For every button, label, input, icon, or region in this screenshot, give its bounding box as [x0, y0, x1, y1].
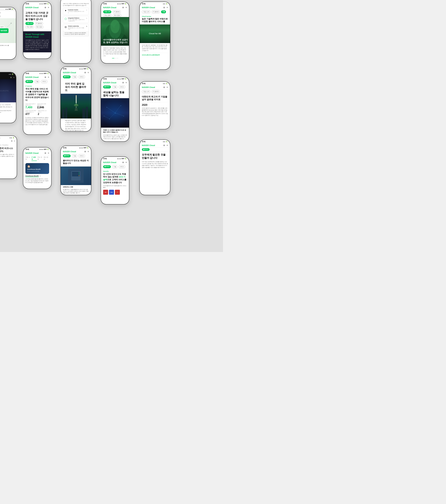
p3-status-time: 9:41 [26, 148, 29, 150]
p3-menu-icon[interactable]: ≡ [48, 152, 49, 154]
pct-menu-icon[interactable]: ≡ [88, 71, 89, 74]
p1-tab-company[interactable]: 기업 소개 [25, 22, 34, 25]
p2-stat-mybox-label: 1초당 네이버 MY BOX이미지 업로드 수 [25, 110, 36, 113]
pr2-tab-cloud[interactable]: 클라우드 [103, 86, 111, 89]
pr1-tab-contact[interactable]: 주요 연락 [103, 14, 112, 17]
accordion-header-1[interactable]: ✦ Customer Centric 고객 중심의 맞춤형 클라우드 서비스 ∨ [63, 8, 89, 15]
pcb-body: 5G 클라우드 기술을 활용하여 CPU가 미더, 클라우드가 곧 로봇의 브레… [63, 189, 89, 194]
tab-cloud-left3[interactable]: 클라우드 [0, 144, 1, 146]
pcb-tab-tech[interactable]: 기술 [72, 154, 77, 157]
pr3-globe-icon[interactable]: ⊕ [122, 161, 124, 163]
p3-globe-icon[interactable]: ⊕ [44, 152, 46, 154]
accordion-title-3: Global Leadership [68, 25, 85, 27]
p3-tab-info[interactable]: 회사 정보 [44, 156, 49, 161]
pr-far2-menu[interactable]: ≡ [167, 86, 168, 89]
svg-rect-7 [62, 109, 65, 119]
pr2-globe-icon[interactable]: ⊕ [122, 81, 124, 84]
pr2-tab-tech[interactable]: 기술 [112, 86, 117, 89]
phone-seoul-tower: 9:41 ▲▲▲ WiFi 🔋 NAVER Cloud ⊕ ≡ 클라우드 기술 … [60, 67, 91, 132]
p2-tab-cloud[interactable]: 클라우드 [25, 80, 33, 83]
naver-cloud-asia: NAVER Cloud ASIA PACIFIC [0, 110, 14, 111]
pr2-menu-icon[interactable]: ≡ [125, 81, 127, 84]
pcb-menu-icon[interactable]: ≡ [88, 150, 89, 153]
svg-rect-10 [86, 107, 88, 119]
pr2-tab-service[interactable]: 서비스 [119, 86, 125, 89]
globe-icon-2[interactable]: ⊕ [10, 76, 12, 78]
pr-far3-nav: NAVER Cloud ⊕ ≡ [140, 143, 170, 148]
svg-line-2 [0, 28, 4, 31]
pct-tab-cloud[interactable]: 클라우드 [63, 75, 71, 78]
phone-cloud-robot: 9:41 ▲▲▲ WiFi 🔋 NAVER Cloud ⊕ ≡ 클라우드 기술 … [60, 145, 91, 195]
pr-far1-globe[interactable]: ⊕ [163, 6, 165, 9]
p3-tab-ecosystem[interactable]: IT 생태계 [32, 156, 37, 161]
p2-title: 국내 최대 포털 서비스 네이버를 안정적으로 제공해 온 검증된 IT 기술력… [25, 88, 49, 102]
pr3-tab-cloud[interactable]: 클라우드 [103, 165, 111, 168]
p1-tab-contact[interactable]: 주요 연락 [25, 26, 34, 29]
pct-tab-service[interactable]: 서비스 [78, 75, 85, 78]
tabs-left3: 클라우드 주요관계사 [0, 144, 15, 146]
pr-far2-tab-company[interactable]: 기업 소개 [142, 90, 150, 93]
p1-tab-info[interactable]: 회사 정보 [35, 26, 44, 29]
pr-far3-logo: NAVER Cloud [142, 144, 155, 146]
pr-far3-status-time: 9:41 [142, 141, 145, 143]
tab-service-left3[interactable]: 주요관계사 [2, 144, 8, 146]
p2-tab-tech[interactable]: 기술 [34, 80, 40, 83]
pr3-body: 네이버클라우드의 다양한 클라우드 서비스들은 [103, 185, 127, 188]
pr1-tab-company[interactable]: 기업 소개 [103, 10, 111, 13]
pct-title-section: 이미 우리 곁에 깊숙이 자리한 클라우드 [61, 79, 91, 94]
robot-placeholder [61, 166, 91, 185]
p2-tab-service[interactable]: 서비스 [41, 80, 48, 83]
p1-tab-ecosystem[interactable]: IT 생태계 [35, 22, 43, 25]
pr-far3-tabs: 클라우드 [140, 148, 170, 152]
pr-far1-tab-company[interactable]: 기업 소개 [142, 10, 150, 13]
pr-far1-nav-icons: ⊕ ≡ [163, 6, 168, 9]
partial-content-1: 에 구축한 를 통해 서비스를 [0, 43, 16, 48]
pr-far1-menu[interactable]: ≡ [167, 6, 168, 9]
pr3-naver-logo: NAVER Cloud [103, 161, 116, 163]
accordion-header-3[interactable]: ◎ Global Leadership 글로벌 클라우드 서비스로 시장을 리딩… [63, 24, 89, 31]
menu-icon-2[interactable]: ≡ [13, 76, 14, 78]
accordion-header-2[interactable]: ⬡ Integrated Platform 네이버 기술은 물론, 다양한 비즈… [63, 16, 89, 23]
pr-far2-globe[interactable]: ⊕ [163, 86, 165, 89]
pr-far1-tab-active[interactable]: 기술 [161, 10, 166, 13]
pr-far3-tab-cloud[interactable]: 클라우드 [142, 148, 150, 151]
p2-globe-icon[interactable]: ⊕ [44, 76, 46, 78]
pcb-tab-cloud[interactable]: 클라우드 [63, 154, 71, 157]
pr-far2-status-icons: ▲▲ 🔋 [163, 83, 168, 84]
p1-menu-icon[interactable]: ≡ [48, 6, 49, 9]
pr-far2-yr2020-body: 네이버 클라우스(NAVER Cl... 완전 관계를 교체 물 통해하며 Ne… [142, 107, 168, 116]
partial-content-3: 클라우드 주요관계사 는 한국 비즈니스 입니다. 는 비즈니스를 이루는 한국… [0, 143, 17, 161]
pr3-tab-service[interactable]: 서비스 [119, 165, 125, 168]
pr-far1-tab-ecosystem[interactable]: IT 생태계 [152, 10, 160, 13]
globe-icon-3[interactable]: ⊕ [11, 140, 13, 142]
pcb-tab-service[interactable]: 서비스 [78, 154, 85, 157]
pr2-title: 세상을 넓히는 힘을 함께 나눕니다 [103, 91, 127, 97]
pct-globe-icon[interactable]: ⊕ [84, 71, 86, 74]
p3-tab-contact[interactable]: 주요 연락 [37, 156, 43, 161]
pr1-globe-icon[interactable]: ⊕ [122, 6, 124, 9]
pct-tab-tech[interactable]: 기술 [72, 75, 77, 78]
partial-body-left3: 는 비즈니스를 이루는 한국의 가장 많이 사용하는 클라우드 입니다. [0, 154, 15, 159]
p1-status-icons: ▲▲▲ WiFi 🔋 [39, 3, 49, 4]
pr3-tab-tech[interactable]: 기술 [112, 165, 117, 168]
svg-line-32 [115, 106, 121, 113]
menu-icon-3[interactable]: ≡ [14, 140, 15, 142]
pr1-status-icons: ▲▲▲ WiFi 🔋 [117, 3, 126, 4]
p3-tab-company[interactable]: 기업 소개 [25, 156, 31, 161]
europe-bg-glow [0, 79, 16, 102]
pct-nav-icons: ⊕ ≡ [84, 71, 89, 74]
pr3-menu-icon[interactable]: ≡ [125, 161, 127, 163]
pct-tower-image [61, 94, 91, 119]
pr1-naver-logo: NAVER Cloud [103, 6, 116, 9]
pr1-menu-icon[interactable]: ≡ [125, 6, 127, 9]
pr1-tab-ecosystem[interactable]: IT 생태계 [113, 10, 121, 13]
pr-far3-globe[interactable]: ⊕ [163, 144, 165, 146]
pr-far1-link[interactable]: 네이버 클라우드 플랫폼을 ▶ [142, 54, 160, 56]
pr-far3-menu[interactable]: ≡ [167, 144, 168, 146]
pr-far2-tab-ecosystem[interactable]: IT 생태계 [152, 90, 160, 93]
pcb-globe-icon[interactable]: ⊕ [84, 150, 86, 153]
p2-menu-icon[interactable]: ≡ [48, 76, 49, 78]
p1-globe-icon[interactable]: ⊕ [44, 6, 46, 9]
pr3-nav: NAVER Cloud ⊕ ≡ [101, 160, 129, 165]
pr1-tab-info[interactable]: 회사 정보 [113, 14, 121, 17]
